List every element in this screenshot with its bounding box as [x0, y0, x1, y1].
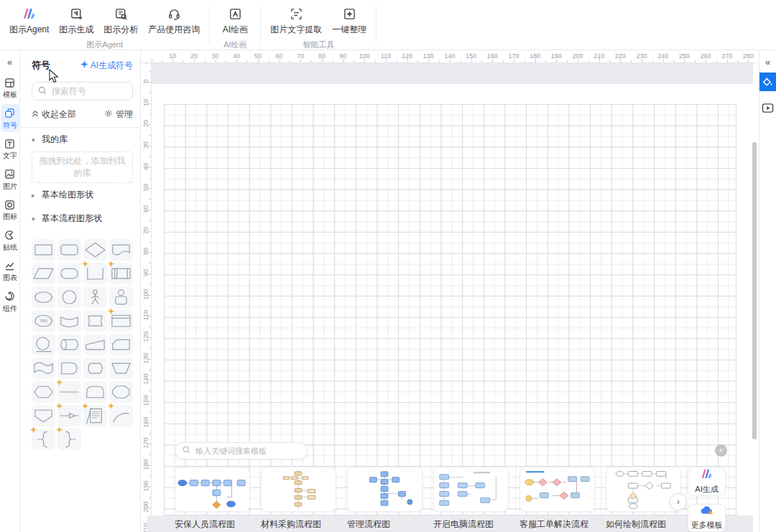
- headset-icon: [167, 6, 181, 21]
- shape-arc[interactable]: [109, 405, 133, 426]
- symbol-search-input[interactable]: [50, 85, 126, 97]
- sidebar-item-text[interactable]: 文字: [1, 134, 19, 163]
- shape-inverted-trapezoid[interactable]: [109, 358, 133, 379]
- toolbar-separator: [209, 6, 210, 43]
- template-thumbnail: [433, 467, 509, 512]
- component-icon: [4, 291, 15, 302]
- library-dropzone[interactable]: 拖拽到此处，添加到我的库: [32, 151, 133, 183]
- shape-ellipse[interactable]: [32, 286, 55, 308]
- template-card[interactable]: 管理流程图: [347, 467, 422, 531]
- ruler-label: 170: [507, 52, 521, 60]
- sidebar-item-template[interactable]: 模板: [1, 73, 19, 102]
- shape-d-shape[interactable]: [57, 358, 81, 379]
- template-card[interactable]: 客服工单解决流程: [519, 467, 595, 531]
- toolbar-button-logo[interactable]: 图示Agent: [4, 0, 54, 37]
- ruler-label: 220: [613, 52, 627, 60]
- sidebar-item-component[interactable]: 组件: [1, 287, 19, 316]
- sticker-icon: [4, 230, 15, 241]
- toolbar-button-doc-search[interactable]: 图示分析: [98, 0, 143, 37]
- template-card[interactable]: 安保人员流程图: [175, 467, 250, 531]
- shape-diamond[interactable]: [83, 239, 107, 261]
- close-template-bar-button[interactable]: ×: [715, 444, 727, 457]
- shape-horizontal-cylinder[interactable]: [57, 334, 81, 355]
- toolbar-group-label: 智能工具: [265, 39, 371, 50]
- vertical-scrollbar[interactable]: [752, 142, 757, 439]
- shape-yes-oval[interactable]: Yes: [32, 310, 55, 332]
- collapse-all-button[interactable]: 收起全部: [32, 108, 76, 121]
- ai-generate-template-card[interactable]: AI生成: [688, 467, 726, 496]
- shape-circle[interactable]: [57, 286, 81, 308]
- toolbar-button-label: 图示Agent: [9, 24, 49, 36]
- caret-down-icon: ▾: [32, 215, 38, 223]
- shape-parallelogram[interactable]: [32, 263, 55, 284]
- premium-star-icon: [108, 308, 114, 314]
- doc-search-icon: [114, 6, 128, 21]
- shape-actor[interactable]: [109, 286, 133, 308]
- shape-stadium[interactable]: [57, 263, 81, 284]
- toolbar-button-headset[interactable]: 产品使用咨询: [143, 0, 205, 37]
- ai-generate-symbol-link[interactable]: AI生成符号: [80, 60, 133, 72]
- shape-brace-left[interactable]: [32, 429, 55, 450]
- shape-rounded-top-rectangle[interactable]: [83, 381, 107, 403]
- shape-predefined-process[interactable]: [109, 263, 133, 284]
- shape-snip-rectangle[interactable]: [109, 334, 133, 355]
- shape-header-rectangle[interactable]: [109, 310, 133, 332]
- toolbar-group: 图示Agent图示生成图示分析产品使用咨询图示Agent: [1, 0, 208, 50]
- shape-rounded-rectangle[interactable]: [57, 239, 81, 261]
- collapse-left-panel-icon[interactable]: «: [7, 57, 12, 67]
- shape-pentagon-down[interactable]: [32, 405, 55, 426]
- sidebar-item-sticker[interactable]: 贴纸: [1, 226, 19, 255]
- shape-rectangle[interactable]: [32, 239, 55, 261]
- shape-octagon[interactable]: [109, 381, 133, 403]
- shape-line[interactable]: [57, 381, 81, 403]
- presentation-icon: [762, 103, 774, 113]
- shape-slant-trapezoid[interactable]: [83, 334, 107, 355]
- sidebar-item-symbol[interactable]: 符号: [1, 104, 19, 133]
- template-card-title: 如何绘制流程图: [606, 518, 681, 531]
- ruler-label: 280: [741, 52, 755, 60]
- symbol-panel: 符号 AI生成符号 收起全部 管理 ▾ 我的库 拖拽到此处，: [20, 50, 141, 532]
- canvas[interactable]: -100102030405060708090100110120130140150…: [141, 50, 759, 532]
- toolbar-button-scan-text[interactable]: 图片文字提取: [265, 0, 327, 37]
- template-card[interactable]: 材料采购流程图: [261, 467, 336, 531]
- template-search-box[interactable]: [175, 442, 308, 459]
- shape-flag[interactable]: [83, 310, 107, 332]
- vertical-ruler: -100102030405060708090100110120130140150…: [141, 50, 152, 532]
- presentation-button[interactable]: [762, 103, 774, 113]
- next-templates-button[interactable]: ›: [670, 493, 687, 510]
- template-search-input[interactable]: [194, 446, 300, 456]
- symbol-search-box[interactable]: [32, 82, 133, 101]
- section-basic-drawing-shapes[interactable]: ▸ 基本绘图形状: [32, 183, 133, 207]
- template-card[interactable]: 开启电脑流程图: [433, 467, 509, 531]
- picture-a-icon: [228, 6, 242, 21]
- shape-stick-figure[interactable]: [83, 286, 107, 308]
- sidebar-item-iconmark[interactable]: 图标: [1, 195, 19, 224]
- shape-hexagon[interactable]: [32, 381, 55, 403]
- sidebar-item-chart[interactable]: 图表: [1, 256, 19, 285]
- ruler-label: 110: [379, 52, 393, 60]
- ruler-label: 200: [571, 52, 585, 60]
- my-library-section-header[interactable]: ▾ 我的库: [32, 128, 133, 151]
- toolbar-button-magic-doc[interactable]: 一键整理: [327, 0, 371, 37]
- shape-drum[interactable]: [57, 310, 81, 332]
- shape-brace-right[interactable]: [57, 429, 81, 450]
- manage-library-button[interactable]: 管理: [104, 108, 133, 121]
- section-basic-flowchart-shapes[interactable]: ▾ 基本流程图形状: [32, 207, 133, 226]
- shape-rounded-hexagon[interactable]: [83, 358, 107, 379]
- format-paint-button[interactable]: [759, 73, 776, 91]
- toolbar-button-doc-plus[interactable]: 图示生成: [54, 0, 98, 37]
- toolbar-button-picture-a[interactable]: AI绘画: [214, 0, 256, 37]
- shape-circle-underline[interactable]: [32, 334, 55, 355]
- shape-document[interactable]: [109, 239, 133, 261]
- ruler-label: 60: [272, 52, 287, 60]
- shape-text-note[interactable]: [83, 405, 107, 426]
- collapse-right-panel-icon[interactable]: «: [765, 57, 770, 67]
- sidebar-item-image[interactable]: 图片: [1, 165, 19, 194]
- chevrons-up-icon: [32, 110, 39, 120]
- more-templates-card[interactable]: 更多模板: [688, 504, 726, 532]
- sidebar-item-label: 贴纸: [2, 243, 17, 251]
- search-icon: [38, 86, 47, 97]
- shape-arrow[interactable]: [57, 405, 81, 426]
- shape-wave[interactable]: [32, 358, 55, 379]
- shape-open-rectangle[interactable]: [83, 263, 107, 284]
